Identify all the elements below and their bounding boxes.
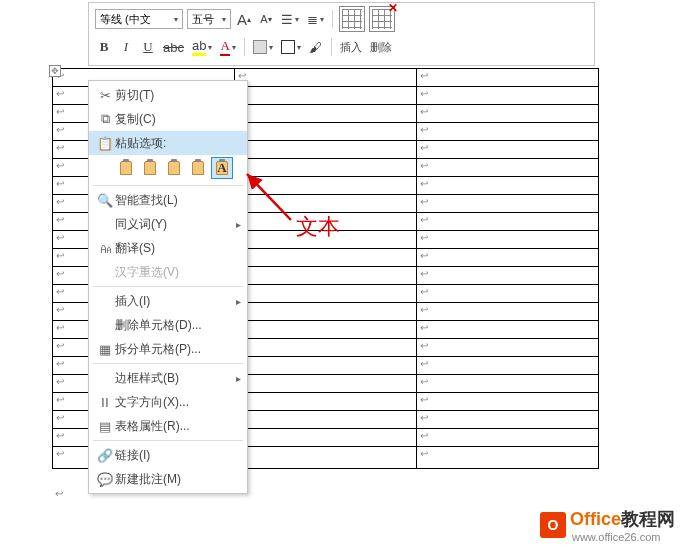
menu-split-cells[interactable]: ▦ 拆分单元格(P)... [89,337,247,361]
menu-synonyms[interactable]: 同义词(Y) ▸ [89,212,247,236]
chevron-right-icon: ▸ [236,296,241,307]
table-cell[interactable]: ↩ [417,375,599,393]
table-cell[interactable]: ↩ [417,141,599,159]
search-icon: 🔍 [95,191,115,209]
table-cell[interactable]: ↩ [417,177,599,195]
italic-button[interactable]: I [117,37,135,57]
table-cell[interactable]: ↩ [235,411,417,429]
menu-insert[interactable]: 插入(I) ▸ [89,289,247,313]
strikethrough-button[interactable]: abc [161,37,186,57]
table-cell[interactable]: ↩ [235,267,417,285]
chevron-down-icon: ▾ [174,15,178,24]
paragraph-mark: ↩ [55,488,63,499]
table-cell[interactable]: ↩ [235,285,417,303]
table-cell[interactable]: ↩ [417,69,599,87]
table-cell[interactable]: ↩ [417,393,599,411]
table-cell[interactable]: ↩ [417,195,599,213]
table-move-handle-icon[interactable]: ✥ [49,65,61,77]
menu-separator [93,185,243,186]
table-cell[interactable]: ↩ [417,303,599,321]
number-list-button[interactable]: ≣▾ [305,9,326,29]
font-size-value: 五号 [192,12,220,27]
table-cell[interactable]: ↩ [235,123,417,141]
table-cell[interactable]: ↩ [235,375,417,393]
menu-chinese-reselect: 汉字重选(V) [89,260,247,284]
menu-delete-cells[interactable]: 删除单元格(D)... [89,313,247,337]
table-cell[interactable]: ↩ [417,249,599,267]
decrease-font-button[interactable]: A▾ [257,9,275,29]
table-cell[interactable]: ↩ [417,159,599,177]
menu-table-properties[interactable]: ▤ 表格属性(R)... [89,414,247,438]
shading-button[interactable]: ▾ [251,37,275,57]
menu-border-styles[interactable]: 边框样式(B) ▸ [89,366,247,390]
table-cell[interactable]: ↩ [235,393,417,411]
table-cell[interactable]: ↩ [417,267,599,285]
table-cell[interactable]: ↩ [417,285,599,303]
table-cell[interactable]: ↩ [235,249,417,267]
table-cell[interactable]: ↩ [235,87,417,105]
table-cell[interactable]: ↩ [235,195,417,213]
watermark-brand1: Office [570,509,621,529]
table-cell[interactable]: ↩ [235,213,417,231]
paste-keep-source-button[interactable] [115,157,137,179]
menu-smart-lookup[interactable]: 🔍 智能查找(L) [89,188,247,212]
text-direction-icon: ⅠⅠ [95,393,115,411]
underline-button[interactable]: U [139,37,157,57]
table-cell[interactable]: ↩ [417,213,599,231]
delete-table-icon[interactable] [369,6,395,32]
menu-copy[interactable]: ⧉ 复制(C) [89,107,247,131]
menu-cut[interactable]: ✂ 剪切(T) [89,83,247,107]
font-name-selector[interactable]: 等线 (中文 ▾ [95,9,183,29]
table-cell[interactable]: ↩ [417,231,599,249]
table-cell[interactable]: ↩ [235,177,417,195]
paste-nested-table-button[interactable] [163,157,185,179]
menu-text-direction[interactable]: ⅠⅠ 文字方向(X)... [89,390,247,414]
format-painter-button[interactable]: 🖌 [307,37,325,57]
table-cell[interactable]: ↩ [235,447,417,469]
context-menu: ✂ 剪切(T) ⧉ 复制(C) 📋 粘贴选项: A 🔍 智能查找(L) 同义词(… [88,80,248,494]
chevron-right-icon: ▸ [236,219,241,230]
paste-icon: 📋 [95,134,115,152]
table-cell[interactable]: ↩ [235,339,417,357]
split-cells-icon: ▦ [95,340,115,358]
table-cell[interactable]: ↩ [417,87,599,105]
insert-table-icon[interactable] [339,6,365,32]
copy-icon: ⧉ [95,110,115,128]
table-cell[interactable]: ↩ [235,105,417,123]
font-size-selector[interactable]: 五号 ▾ [187,9,231,29]
menu-translate[interactable]: 🗛 翻译(S) [89,236,247,260]
table-cell[interactable]: ↩ [235,321,417,339]
table-cell[interactable]: ↩ [417,411,599,429]
text-highlight-button[interactable]: ab▾ [190,37,214,57]
table-cell[interactable]: ↩ [417,339,599,357]
bullet-list-button[interactable]: ☰▾ [279,9,301,29]
table-cell[interactable]: ↩ [417,321,599,339]
table-cell[interactable]: ↩ [235,231,417,249]
paste-picture-button[interactable] [187,157,209,179]
menu-new-comment[interactable]: 💬 新建批注(M) [89,467,247,491]
insert-label[interactable]: 插入 [338,37,364,57]
table-cell[interactable]: ↩ [417,105,599,123]
table-cell[interactable]: ↩ [417,123,599,141]
watermark: O Office教程网 www.office26.com [540,507,675,543]
increase-font-button[interactable]: A▴ [235,9,253,29]
font-color-button[interactable]: A▾ [218,37,237,57]
office-logo-icon: O [540,512,566,538]
table-cell[interactable]: ↩ [417,447,599,469]
table-cell[interactable]: ↩ [235,357,417,375]
separator [244,38,245,56]
delete-label[interactable]: 删除 [368,37,394,57]
menu-hyperlink[interactable]: 🔗 链接(I) [89,443,247,467]
bold-button[interactable]: B [95,37,113,57]
paste-text-only-button[interactable]: A [211,157,233,179]
table-cell[interactable]: ↩ [417,357,599,375]
chevron-down-icon: ▾ [222,15,226,24]
table-cell[interactable]: ↩ [235,429,417,447]
table-cell[interactable]: ↩ [235,159,417,177]
paste-merge-formatting-button[interactable] [139,157,161,179]
table-cell[interactable]: ↩ [235,141,417,159]
table-cell[interactable]: ↩ [417,429,599,447]
table-cell[interactable]: ↩ [235,69,417,87]
table-cell[interactable]: ↩ [235,303,417,321]
borders-button[interactable]: ▾ [279,37,303,57]
